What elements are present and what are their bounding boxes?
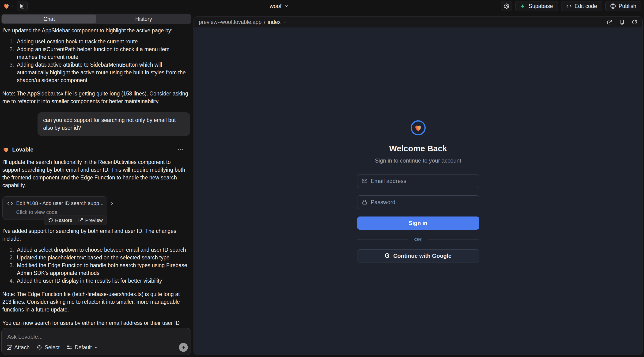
preview-header-icons bbox=[607, 20, 637, 25]
refresh-button[interactable] bbox=[632, 20, 637, 25]
preview-viewport: Welcome Back Sign in to continue to your… bbox=[194, 28, 642, 355]
assistant-ordered-list: Adding useLocation hook to track the cur… bbox=[2, 38, 190, 84]
envelope-icon bbox=[362, 178, 368, 184]
heart-icon bbox=[414, 124, 422, 132]
composer-placeholder: Ask Lovable... bbox=[7, 334, 43, 340]
chevron-down-icon bbox=[284, 4, 288, 8]
assistant-paragraph: I'll update the search functionality in … bbox=[2, 158, 190, 189]
chat-message-list[interactable]: I've updated the AppSidebar component to… bbox=[0, 24, 193, 325]
assistant-ordered-list: Added a select dropdown to choose betwee… bbox=[2, 246, 190, 285]
composer-actions: Attach Select Default bbox=[6, 343, 188, 352]
supabase-button[interactable]: Supabase bbox=[515, 1, 558, 11]
attach-button[interactable]: Attach bbox=[6, 344, 30, 351]
topbar-left bbox=[3, 1, 28, 11]
list-item: Adding an isCurrentPath helper function … bbox=[16, 46, 190, 61]
auth-card: Welcome Back Sign in to continue to your… bbox=[357, 120, 479, 262]
attach-label: Attach bbox=[14, 344, 30, 351]
mobile-view-button[interactable] bbox=[620, 20, 625, 25]
chat-panel: Chat History I've updated the AppSidebar… bbox=[0, 12, 193, 357]
list-item: Updated the placeholder text based on th… bbox=[16, 254, 190, 262]
auth-subtitle: Sign in to continue to your account bbox=[375, 158, 461, 164]
project-switcher[interactable]: woof bbox=[258, 0, 300, 12]
password-field[interactable] bbox=[357, 196, 479, 209]
chat-history-tabbar: Chat History bbox=[2, 14, 191, 24]
assistant-note: Note: The Edge Function file (fetch-fire… bbox=[2, 290, 190, 314]
gear-icon bbox=[504, 3, 510, 9]
assistant-header: Lovable ⋯ bbox=[2, 146, 190, 153]
divider-line bbox=[428, 239, 479, 240]
panel-left-icon bbox=[20, 3, 25, 9]
restore-button[interactable]: Restore bbox=[48, 218, 72, 223]
app-logo bbox=[411, 120, 426, 135]
edit-code-button[interactable]: Edit code bbox=[561, 1, 602, 11]
globe-icon bbox=[610, 3, 616, 9]
email-input[interactable] bbox=[371, 178, 475, 184]
preview-label: Preview bbox=[85, 218, 103, 223]
smartphone-icon bbox=[620, 20, 625, 25]
select-label: Select bbox=[44, 344, 60, 351]
tab-chat[interactable]: Chat bbox=[2, 14, 96, 24]
mode-selector[interactable]: Default bbox=[66, 344, 98, 351]
restore-label: Restore bbox=[55, 218, 72, 223]
main-area: Chat History I've updated the AppSidebar… bbox=[0, 12, 644, 357]
edit-card-header: Edit #108 • Add user ID search supp... bbox=[7, 200, 102, 206]
user-message-bubble: can you add support for searching not on… bbox=[38, 112, 190, 136]
password-input[interactable] bbox=[371, 199, 475, 206]
sliders-icon bbox=[66, 344, 72, 350]
topbar-actions: Supabase Edit code Publish bbox=[501, 1, 641, 11]
target-icon bbox=[36, 344, 42, 350]
preview-url-host: preview--woof.lovable.app bbox=[199, 19, 262, 25]
supabase-bolt-icon bbox=[520, 3, 526, 9]
chevron-right-icon bbox=[110, 201, 114, 206]
continue-with-google-button[interactable]: G Continue with Google bbox=[357, 249, 479, 262]
list-item: Adding useLocation hook to track the cur… bbox=[16, 38, 190, 46]
lovable-heart-icon bbox=[3, 2, 10, 10]
preview-url-separator: / bbox=[264, 19, 265, 25]
edit-card-subtitle: Click to view code bbox=[16, 209, 102, 215]
settings-button[interactable] bbox=[501, 1, 512, 11]
lovable-logo-menu[interactable] bbox=[3, 2, 14, 10]
preview-url-selector[interactable]: preview--woof.lovable.app / index bbox=[199, 19, 287, 25]
lovable-app: woof Supabase bbox=[0, 0, 644, 357]
email-field[interactable] bbox=[357, 174, 479, 188]
message-options-button[interactable]: ⋯ bbox=[178, 146, 184, 153]
external-link-icon bbox=[78, 218, 83, 222]
list-item: Added the user ID display in the results… bbox=[16, 277, 190, 285]
tab-history[interactable]: History bbox=[96, 14, 191, 24]
project-name: woof bbox=[270, 3, 282, 10]
code-icon bbox=[566, 3, 572, 9]
list-item: Modified the Edge Function to handle bot… bbox=[16, 262, 190, 277]
toggle-sidebar-button[interactable] bbox=[17, 1, 28, 11]
assistant-name: Lovable bbox=[12, 146, 34, 153]
publish-label: Publish bbox=[619, 3, 636, 10]
publish-button[interactable]: Publish bbox=[605, 1, 641, 11]
divider-line bbox=[357, 239, 408, 240]
send-button[interactable] bbox=[179, 343, 188, 352]
version-actions-bar: Restore Preview bbox=[44, 216, 107, 225]
restore-icon bbox=[48, 218, 53, 222]
assistant-note: Note: The AppSidebar.tsx file is getting… bbox=[2, 90, 190, 105]
preview-url-page: index bbox=[268, 19, 281, 25]
list-item: Adding data-active attribute to SidebarM… bbox=[16, 61, 190, 84]
preview-panel: preview--woof.lovable.app / index bbox=[194, 16, 642, 355]
supabase-label: Supabase bbox=[528, 3, 553, 10]
composer[interactable]: Ask Lovable... Attach Select bbox=[2, 328, 191, 355]
edit-card-title: Edit #108 • Add user ID search supp... bbox=[16, 200, 104, 206]
select-button[interactable]: Select bbox=[36, 344, 60, 351]
assistant-paragraph: You can now search for users by either t… bbox=[2, 319, 190, 325]
image-plus-icon bbox=[6, 344, 12, 350]
chevron-down-icon bbox=[11, 4, 14, 8]
google-button-label: Continue with Google bbox=[393, 252, 452, 259]
or-divider: OR bbox=[357, 237, 479, 242]
open-in-new-tab-button[interactable] bbox=[607, 20, 612, 25]
lovable-heart-icon bbox=[2, 146, 10, 153]
mode-label: Default bbox=[74, 344, 92, 351]
code-icon bbox=[7, 200, 13, 206]
or-label: OR bbox=[414, 237, 422, 242]
preview-button[interactable]: Preview bbox=[78, 218, 103, 223]
chevron-down-icon bbox=[283, 20, 287, 24]
external-link-icon bbox=[607, 20, 612, 25]
preview-header: preview--woof.lovable.app / index bbox=[194, 17, 642, 28]
sign-in-button[interactable]: Sign in bbox=[357, 216, 479, 230]
auth-title: Welcome Back bbox=[389, 144, 447, 153]
